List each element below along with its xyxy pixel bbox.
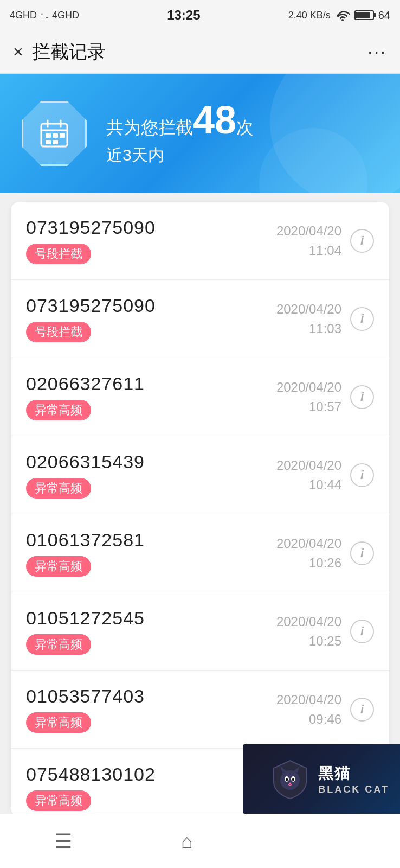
svg-point-16 xyxy=(289,783,291,784)
record-datetime: 2020/04/2010:44 xyxy=(276,456,341,495)
phone-number: 02066315439 xyxy=(26,451,276,473)
black-cat-content: 黑猫 BLACK CAT xyxy=(268,757,389,801)
record-left: 02066327611 异常高频 xyxy=(26,373,276,420)
record-right: 2020/04/2011:03 i xyxy=(276,299,374,339)
record-right: 2020/04/2010:44 i xyxy=(276,456,374,495)
black-cat-watermark: 黑猫 BLACK CAT xyxy=(243,744,400,814)
info-button[interactable]: i xyxy=(350,385,374,409)
menu-icon: ☰ xyxy=(55,830,72,853)
record-left: 01051272545 异常高频 xyxy=(26,608,276,655)
banner-stats: 共为您拦截48次 近3天内 xyxy=(106,100,254,167)
info-button[interactable]: i xyxy=(350,307,374,331)
nav-menu-button[interactable]: ☰ xyxy=(55,830,72,853)
phone-number: 01051272545 xyxy=(26,608,276,629)
chinese-name: 黑猫 xyxy=(318,763,389,784)
record-item[interactable]: 02066327611 异常高频 2020/04/2010:57 i xyxy=(11,358,389,436)
signal-text: 4GHD ↑↓ 4GHD xyxy=(10,10,79,21)
info-button[interactable]: i xyxy=(350,229,374,253)
nav-bar: × 拦截记录 ··· xyxy=(0,30,400,74)
banner-subtitle: 近3天内 xyxy=(106,144,254,167)
bottom-nav: ☰ ⌂ xyxy=(0,814,400,868)
home-icon: ⌂ xyxy=(181,830,193,853)
phone-number: 073195275090 xyxy=(26,295,276,316)
signal-area: 4GHD ↑↓ 4GHD xyxy=(10,10,79,21)
record-tag: 异常高频 xyxy=(26,634,91,655)
record-tag: 异常高频 xyxy=(26,478,91,499)
record-datetime: 2020/04/2011:04 xyxy=(276,221,341,260)
record-datetime: 2020/04/2009:46 xyxy=(276,690,341,729)
speed-text: 2.40 KB/s xyxy=(288,10,331,21)
record-right: 2020/04/2010:57 i xyxy=(276,378,374,417)
battery-level: 64 xyxy=(378,9,390,22)
more-button[interactable]: ··· xyxy=(367,42,387,62)
record-right: 2020/04/2011:04 i xyxy=(276,221,374,260)
svg-rect-7 xyxy=(53,140,58,144)
record-right: 2020/04/2010:26 i xyxy=(276,534,374,573)
svg-rect-8 xyxy=(60,133,65,138)
wifi-icon xyxy=(335,9,350,21)
banner-pre-text: 共为您拦截 xyxy=(106,118,193,137)
phone-number: 01061372581 xyxy=(26,529,276,551)
record-right: 2020/04/2009:46 i xyxy=(276,690,374,729)
svg-point-15 xyxy=(292,778,294,781)
record-left: 075488130102 异常高频 xyxy=(26,764,276,811)
record-item[interactable]: 01061372581 异常高频 2020/04/2010:26 i xyxy=(11,514,389,592)
banner: 共为您拦截48次 近3天内 xyxy=(0,74,400,193)
banner-count: 48 xyxy=(193,98,236,142)
record-left: 02066315439 异常高频 xyxy=(26,451,276,499)
info-button[interactable]: i xyxy=(350,620,374,643)
record-tag: 号段拦截 xyxy=(26,322,91,342)
record-item[interactable]: 02066315439 异常高频 2020/04/2010:44 i xyxy=(11,436,389,514)
record-tag: 异常高频 xyxy=(26,400,91,420)
svg-point-14 xyxy=(286,778,288,781)
record-item[interactable]: 01053577403 异常高频 2020/04/2009:46 i xyxy=(11,671,389,749)
record-item[interactable]: 01051272545 异常高频 2020/04/2010:25 i xyxy=(11,592,389,671)
record-item[interactable]: 073195275090 号段拦截 2020/04/2011:03 i xyxy=(11,280,389,358)
battery-indicator xyxy=(354,10,374,20)
record-datetime: 2020/04/2010:25 xyxy=(276,612,341,651)
status-icons: 2.40 KB/s 64 xyxy=(288,9,390,22)
record-datetime: 2020/04/2010:57 xyxy=(276,378,341,417)
status-bar: 4GHD ↑↓ 4GHD 13:25 2.40 KB/s 64 xyxy=(0,0,400,30)
page-title: 拦截记录 xyxy=(32,40,106,65)
info-button[interactable]: i xyxy=(350,698,374,722)
svg-rect-4 xyxy=(46,133,51,138)
record-tag: 异常高频 xyxy=(26,790,91,811)
records-card: 073195275090 号段拦截 2020/04/2011:04 i 0731… xyxy=(11,202,389,816)
clock: 13:25 xyxy=(167,8,200,23)
svg-point-9 xyxy=(280,770,300,790)
info-button[interactable]: i xyxy=(350,463,374,487)
english-name: BLACK CAT xyxy=(318,784,389,795)
record-left: 01053577403 异常高频 xyxy=(26,686,276,733)
record-tag: 异常高频 xyxy=(26,712,91,733)
phone-number: 073195275090 xyxy=(26,217,276,238)
record-right: 2020/04/2010:25 i xyxy=(276,612,374,651)
record-tag: 号段拦截 xyxy=(26,244,91,264)
record-datetime: 2020/04/2010:26 xyxy=(276,534,341,573)
banner-icon xyxy=(22,101,87,166)
black-cat-logo xyxy=(268,757,312,801)
black-cat-name-area: 黑猫 BLACK CAT xyxy=(318,763,389,795)
octagon-shape xyxy=(22,101,87,166)
record-item[interactable]: 073195275090 号段拦截 2020/04/2011:04 i xyxy=(11,202,389,280)
record-left: 01061372581 异常高频 xyxy=(26,529,276,577)
record-datetime: 2020/04/2011:03 xyxy=(276,299,341,339)
svg-rect-5 xyxy=(53,133,58,138)
calendar-icon xyxy=(37,116,72,151)
nav-home-button[interactable]: ⌂ xyxy=(181,830,193,853)
phone-number: 02066327611 xyxy=(26,373,276,394)
banner-post-text: 次 xyxy=(236,118,254,137)
svg-rect-6 xyxy=(46,140,51,144)
record-left: 073195275090 号段拦截 xyxy=(26,217,276,264)
record-tag: 异常高频 xyxy=(26,556,91,577)
nav-left: × 拦截记录 xyxy=(13,40,106,65)
phone-number: 075488130102 xyxy=(26,764,276,785)
info-button[interactable]: i xyxy=(350,541,374,565)
phone-number: 01053577403 xyxy=(26,686,276,707)
close-button[interactable]: × xyxy=(13,42,23,62)
record-left: 073195275090 号段拦截 xyxy=(26,295,276,342)
